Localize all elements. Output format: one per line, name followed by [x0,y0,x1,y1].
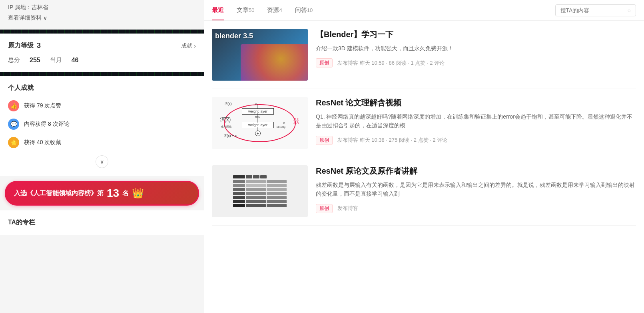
resnet2-row1 [233,180,287,183]
dark-band [0,30,204,34]
chevron-right-icon: › [194,43,196,49]
blender-logo: blender 3.5 [215,32,253,40]
search-icon: ○ [628,7,631,14]
columns-title: TA的专栏 [8,218,196,227]
article-desc-blender: 介绍一款3D 建模软件，功能强大，而且永久免费开源！ [316,44,636,53]
ip-text: IP 属地：吉林省 [8,4,196,11]
level-card: 原力等级 3 成就 › 总分 255 当月 46 [0,34,204,72]
article-content-blender: 【Blender】学习一下 介绍一款3D 建模软件，功能强大，而且永久免费开源！… [316,29,636,67]
x-label: x [283,121,285,125]
favorites-icon: ⭐ [8,137,19,148]
favorites-text: 获得 40 次收藏 [24,139,61,146]
achievement-likes: 👍 获得 79 次点赞 [8,100,196,111]
article-content-resnet2: ResNet 原论文及原作者讲解 残差函数是与层输入有关的函数，是因为它是用来表… [316,165,636,213]
resnet2-row3 [233,188,287,191]
meta-text: 发布博客 昨天 10:59 · 86 阅读 · 1 点赞 · 2 评论 [337,59,445,67]
crown-icon: 👑 [132,188,144,199]
article-thumbnail-blender: blender 3.5 [212,29,308,81]
tabs-bar: 最近 文章50 资源4 问答10 ○ [204,0,644,21]
arrow-mid1 [257,113,257,123]
resnet2-row6 [233,200,287,203]
arrow-mid2 [257,127,257,131]
weight-layer-1: weight layer [242,108,274,115]
month-score: 46 [72,57,79,64]
chevron-down-icon: ∨ [43,15,47,21]
comments-icon: 💬 [8,119,19,130]
tab-qa[interactable]: 问答10 [295,0,313,20]
likes-text: 获得 79 次点赞 [24,102,61,109]
ranking-prefix: 入选《人工智能领域内容榜》第 [14,189,104,198]
article-item-resnet2: ResNet 原论文及原作者讲解 残差函数是与层输入有关的函数，是因为它是用来表… [212,157,636,226]
search-input[interactable] [560,7,624,14]
resnet2-header [233,175,287,178]
resnet2-row7 [233,204,287,207]
likes-icon: 👍 [8,100,19,111]
score-row: 总分 255 当月 46 [8,56,196,64]
columns-card: TA的专栏 [0,210,204,235]
resnet2-row5 [233,196,287,199]
dark-band-2 [0,72,204,76]
blender-image [241,44,308,81]
expand-button[interactable]: ∨ [8,155,196,168]
tab-resources[interactable]: 资源4 [267,0,282,20]
article-title-blender[interactable]: 【Blender】学习一下 [316,29,636,40]
resnet-diagram: weight layer relu weight layer relu ℱ(x)… [220,101,300,145]
x-top: x [255,102,257,106]
level-header: 原力等级 3 成就 › [8,42,196,50]
tag-original-2: 原创 [316,136,333,145]
ranking-number: 13 [107,188,119,199]
sidebar: IP 属地：吉林省 查看详细资料 ∨ 原力等级 3 成就 › 总分 [0,0,204,313]
main-content: 最近 文章50 资源4 问答10 ○ blender 3.5 [204,0,644,313]
meta-text-3: 发布博客 [337,205,358,212]
achievement-favorites: ⭐ 获得 40 次收藏 [8,137,196,148]
achievements-title: 个人成就 [8,84,196,92]
article-desc-resnet2: 残差函数是与层输入有关的函数，是因为它是用来表示输入和输出之间的差异的。就是说，… [316,180,636,198]
tab-articles[interactable]: 文章50 [237,0,254,20]
article-title-resnet1[interactable]: ResNet 论文理解含视频 [316,97,636,108]
article-meta-blender: 原创 发布博客 昨天 10:59 · 86 阅读 · 1 点赞 · 2 评论 [316,58,636,67]
resnet2-row4 [233,192,287,195]
article-thumbnail-resnet1: weight layer relu weight layer relu ℱ(x)… [212,97,308,149]
article-item-blender: blender 3.5 【Blender】学习一下 介绍一款3D 建模软件，功能… [212,21,636,89]
article-desc-resnet1: Q1. 神经网络真的越深越好吗?随着网络深度的增加，在训练集和验证集上的erro… [316,112,636,130]
resnet-label: 残差网络 [221,125,232,129]
weight-layer-2: weight layer [242,122,274,128]
article-meta-resnet1: 原创 发布博客 昨天 10:38 · 275 阅读 · 2 点赞 · 2 评论 [316,136,636,145]
achievement-button[interactable]: 成就 › [181,42,196,50]
arrow-top [257,104,257,109]
plus-circle: + [255,131,261,136]
ranking-banner: 入选《人工智能领域内容榜》第 13 名 👑 [5,181,199,206]
achievements-card: 个人成就 👍 获得 79 次点赞 💬 内容获得 8 次评论 ⭐ 获得 40 次收… [0,76,204,176]
ip-section: IP 属地：吉林省 查看详细资料 ∨ [0,0,204,30]
level-title: 原力等级 3 [8,42,41,50]
expand-icon[interactable]: ∨ [96,155,108,168]
article-thumbnail-resnet2 [212,165,308,217]
fx-label-left: ℱ(x) [220,116,231,123]
tag-original-3: 原创 [316,204,333,213]
fx-bottom: ℱ(x) + x [224,134,237,138]
identity-label: identity [277,126,285,129]
article-list: blender 3.5 【Blender】学习一下 介绍一款3D 建模软件，功能… [204,21,644,226]
add-text: 加上成为 [293,118,299,125]
article-item-resnet1: weight layer relu weight layer relu ℱ(x)… [212,89,636,157]
tag-original: 原创 [316,58,333,67]
resnet2-diagram [231,173,289,210]
level-number: 3 [37,42,41,50]
article-title-resnet2[interactable]: ResNet 原论文及原作者讲解 [316,165,636,176]
achievement-comments: 💬 内容获得 8 次评论 [8,119,196,130]
ranking-suffix: 名 [122,189,129,198]
total-score: 255 [30,57,40,64]
profile-link[interactable]: 查看详细资料 ∨ [8,14,196,22]
article-content-resnet1: ResNet 论文理解含视频 Q1. 神经网络真的越深越好吗?随着网络深度的增加… [316,97,636,145]
relu-1: relu [255,115,260,119]
meta-text-2: 发布博客 昨天 10:38 · 275 阅读 · 2 点赞 · 2 评论 [337,137,447,144]
article-meta-resnet2: 原创 发布博客 [316,204,636,213]
search-box[interactable]: ○ [555,4,636,16]
fx-top: ℱ(x) [225,102,232,106]
resnet2-row2 [233,184,287,187]
tab-recent[interactable]: 最近 [212,0,224,20]
comments-text: 内容获得 8 次评论 [24,121,70,128]
